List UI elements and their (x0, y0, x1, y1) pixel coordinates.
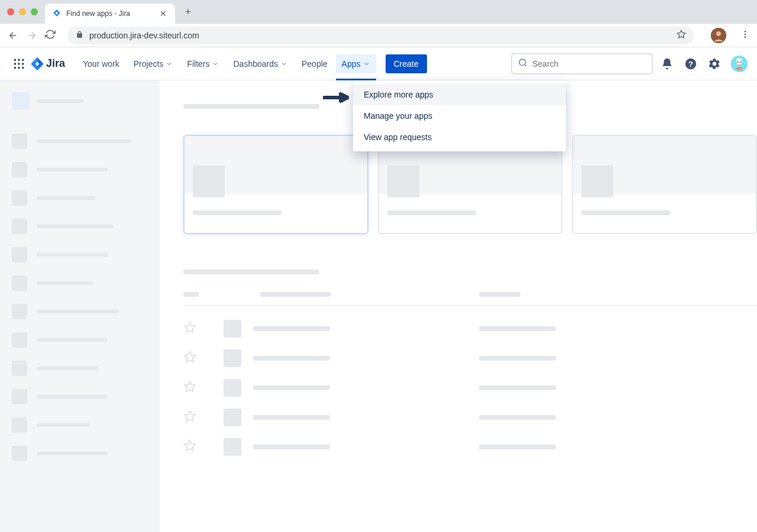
dropdown-item-explore-apps[interactable]: Explore more apps (353, 84, 566, 105)
nav-your-work[interactable]: Your work (77, 54, 125, 73)
skeleton-text (193, 210, 282, 215)
browser-forward-button[interactable] (26, 30, 38, 41)
table-header-skeleton (183, 292, 757, 306)
skeleton-text (479, 356, 556, 361)
table-row-skeleton (183, 314, 757, 343)
create-button[interactable]: Create (386, 54, 427, 73)
skeleton-text (479, 445, 556, 449)
browser-back-button[interactable] (7, 30, 19, 41)
skeleton-text (37, 140, 131, 143)
browser-address-bar[interactable]: production.jira-dev.siteurl.com (67, 27, 694, 44)
svg-text:?: ? (688, 59, 693, 68)
svg-marker-0 (677, 30, 685, 38)
svg-rect-24 (736, 67, 742, 70)
skeleton-icon (12, 219, 27, 234)
table-row-skeleton (183, 373, 757, 403)
tab-close-icon[interactable]: ✕ (158, 8, 168, 20)
skeleton-col (260, 292, 331, 297)
user-avatar[interactable] (731, 56, 748, 72)
table-row-skeleton (183, 343, 757, 373)
skeleton-icon (12, 361, 27, 376)
avatar-icon (731, 56, 748, 72)
browser-tab[interactable]: Find new apps - Jira ✕ (45, 4, 175, 24)
jira-logo-icon (31, 57, 44, 70)
star-icon[interactable] (183, 351, 196, 366)
skeleton-text (387, 210, 476, 215)
section-header-skeleton (183, 270, 757, 274)
window-close[interactable] (7, 8, 14, 15)
svg-marker-25 (185, 322, 195, 332)
app-switcher-button[interactable] (9, 54, 28, 73)
lock-icon (76, 30, 83, 41)
skeleton-text (37, 168, 108, 171)
skeleton-icon (581, 166, 613, 197)
svg-marker-26 (185, 352, 195, 362)
skeleton-icon (12, 389, 27, 404)
skeleton-icon (224, 320, 241, 338)
table-row-skeleton (183, 432, 757, 462)
svg-marker-29 (185, 440, 195, 450)
dropdown-label: View app requests (364, 132, 432, 142)
svg-point-5 (745, 36, 746, 38)
jira-logo[interactable]: Jira (31, 57, 65, 70)
table-row-skeleton (183, 403, 757, 432)
browser-profile-avatar[interactable] (711, 28, 726, 43)
chevron-down-icon (363, 60, 370, 67)
star-icon[interactable] (183, 380, 196, 395)
window-maximize[interactable] (31, 8, 38, 15)
help-button[interactable]: ? (681, 54, 700, 73)
nav-apps[interactable]: Apps (336, 54, 376, 73)
svg-rect-9 (14, 63, 16, 64)
nav-label: People (302, 59, 328, 69)
bell-icon (661, 57, 674, 70)
svg-point-23 (740, 61, 742, 63)
svg-rect-6 (14, 59, 16, 60)
bookmark-star-icon[interactable] (677, 30, 686, 41)
skeleton-text (37, 99, 84, 103)
star-icon[interactable] (183, 439, 196, 455)
sidebar-item-skeleton (7, 327, 153, 352)
search-input[interactable] (532, 59, 646, 69)
nav-filters[interactable]: Filters (181, 54, 225, 73)
search-icon (518, 58, 528, 70)
new-tab-button[interactable]: + (180, 4, 196, 20)
star-icon[interactable] (183, 321, 196, 336)
search-box[interactable] (511, 53, 653, 74)
nav-people[interactable]: People (296, 54, 334, 73)
jira-top-nav: Jira Your work Projects Filters Dashboar… (0, 47, 757, 80)
nav-label: Your work (83, 59, 119, 69)
skeleton-icon (12, 275, 27, 291)
sidebar-item-skeleton (7, 214, 153, 239)
nav-projects[interactable]: Projects (128, 54, 179, 73)
skeleton-icon (193, 166, 225, 197)
settings-button[interactable] (705, 54, 724, 73)
card-skeleton (572, 135, 757, 234)
skeleton-text (581, 210, 670, 215)
notifications-button[interactable] (658, 54, 677, 73)
star-icon[interactable] (183, 410, 196, 425)
card-skeleton (183, 135, 368, 234)
sidebar-item-skeleton (7, 384, 153, 409)
svg-line-16 (525, 64, 526, 66)
skeleton-text (37, 395, 108, 398)
dropdown-item-view-requests[interactable]: View app requests (353, 126, 566, 148)
dropdown-item-manage-apps[interactable]: Manage your apps (353, 105, 566, 126)
browser-menu-button[interactable] (740, 30, 750, 41)
svg-rect-12 (14, 67, 16, 69)
skeleton-heading (183, 270, 319, 274)
nav-dashboards[interactable]: Dashboards (227, 54, 293, 73)
skeleton-icon (224, 379, 241, 397)
skeleton-text (37, 310, 119, 313)
tab-title: Find new apps - Jira (66, 9, 154, 18)
nav-label: Projects (134, 59, 164, 69)
skeleton-icon (224, 438, 241, 456)
skeleton-icon (12, 162, 27, 177)
browser-reload-button[interactable] (45, 29, 56, 42)
sidebar-item-skeleton (7, 129, 153, 154)
window-minimize[interactable] (19, 8, 26, 15)
skeleton-icon (12, 134, 27, 149)
skeleton-icon (12, 304, 27, 319)
skeleton-icon (12, 92, 30, 110)
skeleton-icon (224, 349, 241, 367)
skeleton-text (253, 385, 330, 390)
